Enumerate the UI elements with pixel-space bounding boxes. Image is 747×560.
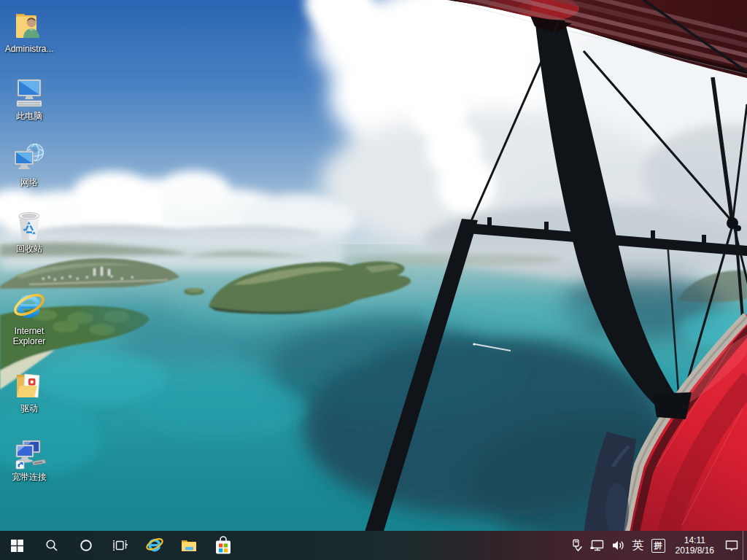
- taskbar-file-explorer[interactable]: [171, 531, 206, 560]
- task-view-button[interactable]: [103, 531, 137, 560]
- desktop-icon-label: 驱动: [1, 403, 57, 413]
- store-bag-icon: [214, 536, 232, 555]
- speaker-icon: [612, 540, 625, 551]
- internet-explorer-icon: [12, 289, 47, 324]
- usb-safely-remove-icon: [570, 539, 583, 552]
- wallpaper-image: [0, 0, 747, 560]
- search-button[interactable]: [34, 531, 69, 560]
- taskbar: 英 拼 14:11 2019/8/16: [0, 531, 747, 560]
- desktop-icon-network[interactable]: 网络: [1, 141, 57, 187]
- volume-tray-icon[interactable]: [608, 531, 629, 560]
- ethernet-network-icon: [590, 539, 605, 552]
- ie-icon: [145, 536, 164, 555]
- network-globe-icon: [12, 141, 47, 176]
- cortana-circle-icon: [80, 539, 93, 552]
- language-indicator[interactable]: 英: [629, 531, 648, 560]
- start-button[interactable]: [0, 531, 34, 560]
- desktop[interactable]: Administra... 此电脑 网络: [0, 0, 747, 560]
- taskbar-clock[interactable]: 14:11 2019/8/16: [669, 531, 721, 560]
- driver-folder-icon: [12, 367, 47, 402]
- action-center-icon: [724, 540, 739, 552]
- recycle-bin-icon: [12, 207, 47, 242]
- broadband-connection-icon: [12, 435, 47, 470]
- action-center-button[interactable]: [721, 531, 743, 560]
- desktop-icon-recycle-bin[interactable]: 回收站: [1, 207, 57, 254]
- ime-mode-indicator[interactable]: 拼: [648, 531, 669, 560]
- desktop-icon-label: Administra...: [1, 44, 57, 54]
- search-icon: [45, 539, 58, 552]
- desktop-icon-label: Internet Explorer: [1, 326, 57, 346]
- desktop-icon-label: 宽带连接: [1, 472, 57, 482]
- taskbar-internet-explorer[interactable]: [137, 531, 171, 560]
- desktop-icon-label: 此电脑: [1, 111, 57, 121]
- taskbar-microsoft-store[interactable]: [206, 531, 240, 560]
- desktop-icon-broadband[interactable]: 宽带连接: [1, 435, 57, 482]
- this-pc-icon: [12, 74, 47, 109]
- windows-logo-icon: [11, 540, 23, 552]
- system-tray: 英 拼 14:11 2019/8/16: [566, 531, 747, 560]
- desktop-icon-driver-folder[interactable]: 驱动: [1, 367, 57, 413]
- clock-date: 2019/8/16: [676, 545, 714, 556]
- usb-safely-remove-tray-icon[interactable]: [566, 531, 587, 560]
- desktop-icon-label: 回收站: [1, 244, 57, 254]
- show-desktop-button[interactable]: [743, 531, 747, 560]
- folder-icon: [180, 537, 198, 554]
- desktop-icon-this-pc[interactable]: 此电脑: [1, 74, 57, 121]
- ime-pinyin-badge: 拼: [651, 539, 665, 553]
- task-view-icon: [113, 539, 128, 552]
- desktop-icon-internet-explorer[interactable]: Internet Explorer: [1, 289, 57, 346]
- network-tray-icon[interactable]: [587, 531, 608, 560]
- clock-time: 14:11: [684, 535, 705, 545]
- cortana-button[interactable]: [69, 531, 103, 560]
- user-folder-icon: [12, 7, 47, 42]
- desktop-icon-label: 网络: [1, 177, 57, 187]
- desktop-icon-administrator[interactable]: Administra...: [1, 7, 57, 54]
